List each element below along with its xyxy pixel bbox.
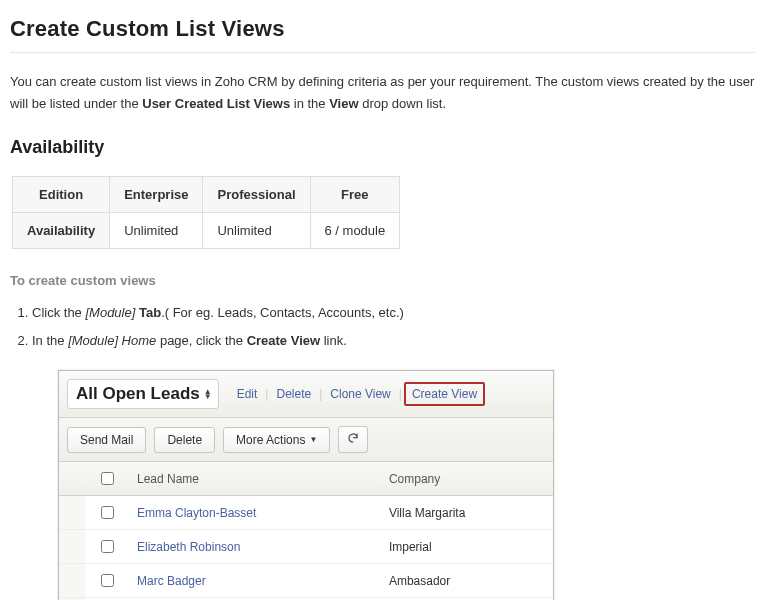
company-cell: Ambasador <box>381 564 553 598</box>
lead-name-link[interactable]: Emma Clayton-Basset <box>137 506 256 520</box>
caret-down-icon: ▼ <box>309 435 317 444</box>
steps-list: Click the [Module] Tab.( For eg. Leads, … <box>32 302 755 352</box>
step2-text-a: In the <box>32 333 68 348</box>
more-actions-label: More Actions <box>236 433 305 447</box>
lead-name-link[interactable]: Elizabeth Robinson <box>137 540 240 554</box>
subhead-create-views: To create custom views <box>10 273 755 288</box>
intro-text-2: in the <box>290 96 329 111</box>
th-enterprise: Enterprise <box>110 177 203 213</box>
more-actions-button[interactable]: More Actions ▼ <box>223 427 330 453</box>
view-selector[interactable]: All Open Leads ▲ ▼ <box>67 379 219 409</box>
row-availability: Availability <box>13 213 110 249</box>
step-1: Click the [Module] Tab.( For eg. Leads, … <box>32 302 755 324</box>
intro-bold-2: View <box>329 96 358 111</box>
table-row: Emma Clayton-Basset Villa Margarita <box>59 496 553 530</box>
row-spacer <box>59 530 85 564</box>
row-checkbox[interactable] <box>101 540 114 553</box>
th-free: Free <box>310 177 400 213</box>
company-cell: Imperial <box>381 530 553 564</box>
company-cell: Villa Margarita <box>381 496 553 530</box>
step1-text-a: Click the <box>32 305 85 320</box>
th-spacer <box>59 462 85 496</box>
row-spacer <box>59 564 85 598</box>
page-title: Create Custom List Views <box>10 16 755 42</box>
view-links: Edit | Delete | Clone View | Create View <box>231 382 485 406</box>
step2-create-view: Create View <box>247 333 320 348</box>
screenshot-mockup: All Open Leads ▲ ▼ Edit | Delete | Clone… <box>58 370 554 600</box>
separator: | <box>317 387 324 401</box>
create-view-link[interactable]: Create View <box>404 382 485 406</box>
row-spacer <box>59 496 85 530</box>
step-2: In the [Module] Home page, click the Cre… <box>32 330 755 352</box>
step2-module-home: [Module] Home <box>68 333 156 348</box>
intro-paragraph: You can create custom list views in Zoho… <box>10 71 755 115</box>
separator: | <box>263 387 270 401</box>
edit-link[interactable]: Edit <box>231 384 264 404</box>
th-company: Company <box>381 462 553 496</box>
select-all-checkbox[interactable] <box>101 472 114 485</box>
row-checkbox[interactable] <box>101 574 114 587</box>
availability-table: Edition Enterprise Professional Free Ava… <box>12 176 400 249</box>
th-professional: Professional <box>203 177 310 213</box>
leads-table: Lead Name Company Emma Clayton-Basset Vi… <box>59 462 553 600</box>
step1-tab: Tab <box>139 305 161 320</box>
cell-professional: Unlimited <box>203 213 310 249</box>
separator: | <box>397 387 404 401</box>
table-row: Elizabeth Robinson Imperial <box>59 530 553 564</box>
divider <box>10 52 755 53</box>
th-lead-name: Lead Name <box>129 462 381 496</box>
lead-name-link[interactable]: Marc Badger <box>137 574 206 588</box>
step2-text-b: page, click the <box>156 333 246 348</box>
intro-text-3: drop down list. <box>359 96 446 111</box>
table-row: Marc Badger Ambasador <box>59 564 553 598</box>
mockup-toolbar: Send Mail Delete More Actions ▼ <box>59 418 553 462</box>
send-mail-button[interactable]: Send Mail <box>67 427 146 453</box>
spinner-icon: ▲ ▼ <box>204 389 212 399</box>
refresh-icon <box>347 432 359 447</box>
intro-bold-1: User Created List Views <box>142 96 290 111</box>
refresh-button[interactable] <box>338 426 368 453</box>
row-checkbox[interactable] <box>101 506 114 519</box>
clone-view-link[interactable]: Clone View <box>324 384 396 404</box>
th-edition: Edition <box>13 177 110 213</box>
delete-button[interactable]: Delete <box>154 427 215 453</box>
step1-module: [Module] <box>85 305 135 320</box>
cell-free: 6 / module <box>310 213 400 249</box>
cell-enterprise: Unlimited <box>110 213 203 249</box>
availability-heading: Availability <box>10 137 755 158</box>
chevron-down-icon: ▼ <box>204 394 212 399</box>
th-select-all <box>85 462 129 496</box>
view-selector-label: All Open Leads <box>76 384 200 404</box>
delete-link[interactable]: Delete <box>270 384 317 404</box>
step1-text-b: .( For eg. Leads, Contacts, Accounts, et… <box>161 305 404 320</box>
step2-text-c: link. <box>320 333 347 348</box>
mockup-header: All Open Leads ▲ ▼ Edit | Delete | Clone… <box>59 371 553 418</box>
